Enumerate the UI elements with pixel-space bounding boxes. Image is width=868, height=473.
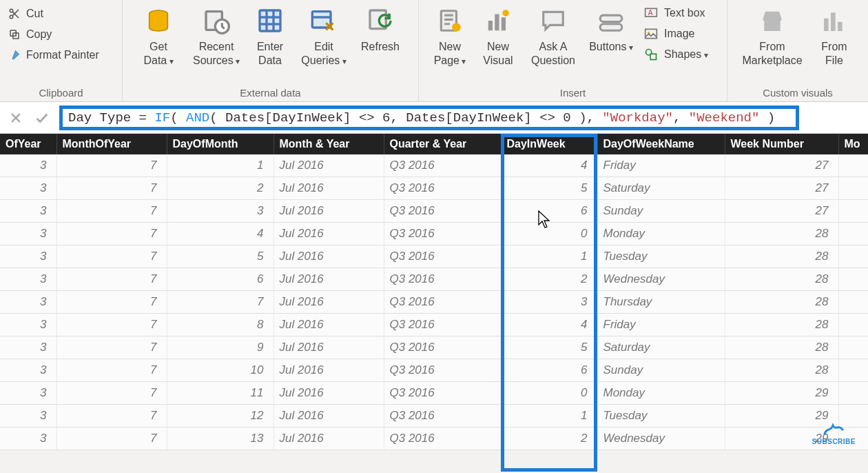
data-grid[interactable]: OfYear MonthOfYear DayOfMonth Month & Ye… bbox=[0, 134, 868, 450]
cell[interactable] bbox=[838, 291, 868, 314]
from-marketplace-button[interactable]: From Marketplace bbox=[734, 3, 810, 69]
cell[interactable]: Sunday bbox=[597, 200, 725, 223]
cell[interactable]: 2 bbox=[501, 268, 597, 291]
cell[interactable]: 3 bbox=[0, 359, 56, 382]
formula-input[interactable]: Day Type = IF( AND( Dates[DayInWeek] <> … bbox=[59, 105, 799, 130]
cell[interactable]: 3 bbox=[0, 154, 56, 177]
cell[interactable]: Wednesday bbox=[597, 268, 725, 291]
cell[interactable]: Jul 2016 bbox=[273, 405, 384, 427]
cell[interactable]: Jul 2016 bbox=[273, 359, 384, 382]
cell[interactable]: Q3 2016 bbox=[384, 405, 501, 427]
cell[interactable]: 6 bbox=[167, 268, 273, 291]
cell[interactable]: 0 bbox=[501, 382, 597, 405]
cut-button[interactable]: Cut bbox=[7, 7, 99, 21]
cell[interactable]: Q3 2016 bbox=[384, 291, 501, 314]
cell[interactable] bbox=[838, 154, 868, 177]
cell[interactable] bbox=[838, 314, 868, 336]
cell[interactable]: Q3 2016 bbox=[384, 154, 501, 177]
cell[interactable] bbox=[838, 223, 868, 245]
cell[interactable]: 13 bbox=[167, 427, 273, 450]
col-header[interactable]: OfYear bbox=[0, 134, 56, 154]
cell[interactable]: Q3 2016 bbox=[384, 268, 501, 291]
table-row[interactable]: 374Jul 2016Q3 20160Monday28 bbox=[0, 223, 868, 245]
table-row[interactable]: 376Jul 2016Q3 20162Wednesday28 bbox=[0, 268, 868, 291]
cell[interactable]: 7 bbox=[56, 314, 167, 336]
cell[interactable]: Thursday bbox=[597, 291, 725, 314]
cell[interactable]: Jul 2016 bbox=[273, 268, 384, 291]
cell[interactable] bbox=[838, 336, 868, 359]
cell[interactable]: 12 bbox=[167, 405, 273, 427]
cell[interactable]: Q3 2016 bbox=[384, 200, 501, 223]
cell[interactable]: Friday bbox=[597, 154, 725, 177]
cell[interactable]: 27 bbox=[725, 154, 838, 177]
table-row[interactable]: 3713Jul 2016Q3 20162Wednesday29 bbox=[0, 427, 868, 450]
cell[interactable] bbox=[838, 359, 868, 382]
new-visual-button[interactable]: New Visual bbox=[474, 3, 522, 69]
cell[interactable]: Friday bbox=[597, 314, 725, 336]
cell[interactable]: 7 bbox=[56, 223, 167, 245]
cell[interactable]: Jul 2016 bbox=[273, 291, 384, 314]
cell[interactable]: Wednesday bbox=[597, 427, 725, 450]
col-header[interactable]: MonthOfYear bbox=[56, 134, 167, 154]
cell[interactable]: 7 bbox=[56, 154, 167, 177]
cell[interactable]: Q3 2016 bbox=[384, 245, 501, 268]
cell[interactable] bbox=[838, 245, 868, 268]
cell[interactable]: 3 bbox=[0, 405, 56, 427]
cell[interactable]: 3 bbox=[0, 427, 56, 450]
cell[interactable]: 10 bbox=[167, 359, 273, 382]
cell[interactable]: Jul 2016 bbox=[273, 177, 384, 200]
cell[interactable]: Tuesday bbox=[597, 405, 725, 427]
cell[interactable]: 8 bbox=[167, 314, 273, 336]
table-row[interactable]: 379Jul 2016Q3 20165Saturday28 bbox=[0, 336, 868, 359]
buttons-button[interactable]: Buttons bbox=[584, 3, 638, 55]
cell[interactable]: 7 bbox=[56, 245, 167, 268]
cell[interactable]: Jul 2016 bbox=[273, 200, 384, 223]
col-header[interactable]: Month & Year bbox=[273, 134, 384, 154]
cell[interactable]: Monday bbox=[597, 382, 725, 405]
cell[interactable] bbox=[838, 382, 868, 405]
cell[interactable]: 3 bbox=[0, 245, 56, 268]
cell[interactable]: 7 bbox=[56, 200, 167, 223]
cell[interactable]: 5 bbox=[501, 336, 597, 359]
cell[interactable]: 4 bbox=[501, 154, 597, 177]
cell[interactable] bbox=[838, 177, 868, 200]
col-header[interactable]: Mo bbox=[838, 134, 868, 154]
cell[interactable]: 28 bbox=[725, 245, 838, 268]
cell[interactable]: 3 bbox=[501, 291, 597, 314]
cell[interactable]: Q3 2016 bbox=[384, 223, 501, 245]
enter-data-button[interactable]: Enter Data bbox=[245, 3, 295, 69]
cell[interactable] bbox=[838, 200, 868, 223]
format-painter-button[interactable]: Format Painter bbox=[7, 48, 99, 62]
cell[interactable]: 3 bbox=[0, 177, 56, 200]
cell[interactable]: 4 bbox=[167, 223, 273, 245]
cell[interactable]: Saturday bbox=[597, 336, 725, 359]
cell[interactable]: 9 bbox=[167, 336, 273, 359]
col-header[interactable]: DayOfWeekName bbox=[597, 134, 725, 154]
cell[interactable]: 28 bbox=[725, 291, 838, 314]
cell[interactable]: 7 bbox=[56, 359, 167, 382]
cell[interactable] bbox=[838, 268, 868, 291]
cell[interactable]: 29 bbox=[725, 382, 838, 405]
cell[interactable]: Sunday bbox=[597, 359, 725, 382]
cell[interactable]: Jul 2016 bbox=[273, 245, 384, 268]
cell[interactable]: 27 bbox=[725, 200, 838, 223]
cell[interactable]: Jul 2016 bbox=[273, 336, 384, 359]
table-row[interactable]: 378Jul 2016Q3 20164Friday28 bbox=[0, 314, 868, 336]
formula-cancel-button[interactable] bbox=[7, 109, 25, 127]
cell[interactable]: Saturday bbox=[597, 177, 725, 200]
ask-question-button[interactable]: Ask A Question bbox=[522, 3, 584, 69]
cell[interactable]: 6 bbox=[501, 359, 597, 382]
cell[interactable]: 7 bbox=[56, 291, 167, 314]
cell[interactable]: Jul 2016 bbox=[273, 382, 384, 405]
table-row[interactable]: 372Jul 2016Q3 20165Saturday27 bbox=[0, 177, 868, 200]
cell[interactable]: 28 bbox=[725, 314, 838, 336]
cell[interactable]: 7 bbox=[56, 336, 167, 359]
cell[interactable]: 3 bbox=[0, 200, 56, 223]
cell[interactable]: Monday bbox=[597, 223, 725, 245]
col-header[interactable]: DayOfMonth bbox=[167, 134, 273, 154]
cell[interactable]: Tuesday bbox=[597, 245, 725, 268]
cell[interactable]: 28 bbox=[725, 336, 838, 359]
cell[interactable]: Q3 2016 bbox=[384, 359, 501, 382]
recent-sources-button[interactable]: Recent Sources bbox=[187, 3, 245, 69]
copy-button[interactable]: Copy bbox=[7, 28, 99, 41]
